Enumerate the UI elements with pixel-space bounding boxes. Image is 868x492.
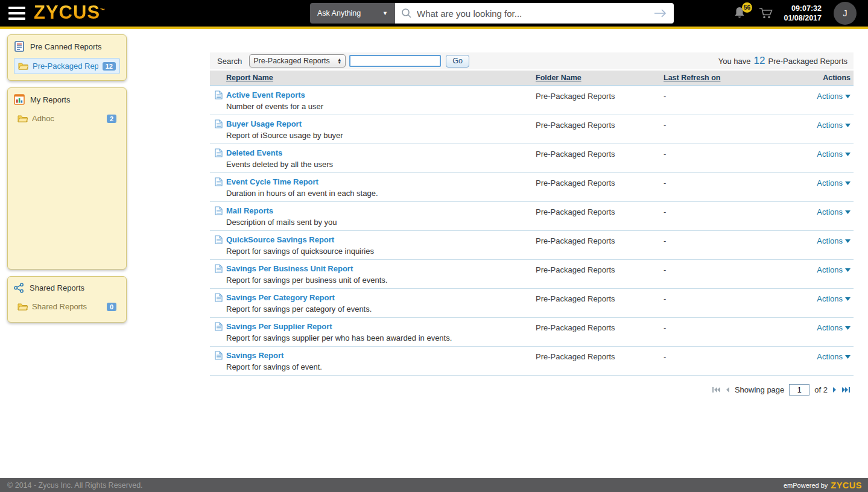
table-row: Event Cycle Time ReportDuration in hours… xyxy=(210,173,854,202)
table-row: Mail ReportsDescription of mails sent by… xyxy=(210,202,854,231)
search-submit-arrow-icon[interactable] xyxy=(653,8,668,18)
last-refresh-cell: - xyxy=(664,173,790,201)
report-doc-icon xyxy=(215,206,223,215)
report-description: Report of iSource usage by buyer xyxy=(226,131,536,140)
folder-name-cell: Pre-Packaged Reports xyxy=(536,144,664,172)
report-link[interactable]: Savings Report xyxy=(226,351,284,360)
global-search-input[interactable] xyxy=(417,8,653,19)
actions-menu-button[interactable]: Actions xyxy=(817,121,851,130)
report-link[interactable]: Deleted Events xyxy=(226,148,282,157)
table-row: Buyer Usage ReportReport of iSource usag… xyxy=(210,115,854,144)
actions-caret-icon xyxy=(845,297,851,301)
actions-menu-button[interactable]: Actions xyxy=(817,92,851,101)
actions-caret-icon xyxy=(845,326,851,330)
report-link[interactable]: Savings Per Supplier Report xyxy=(226,322,332,331)
report-doc-icon xyxy=(215,351,223,360)
panel-title: My Reports xyxy=(30,95,70,104)
hamburger-menu-icon[interactable] xyxy=(8,7,25,20)
sidebar-item-shared-reports[interactable]: Shared Reports 0 xyxy=(14,299,120,314)
time-label: 09:07:32 xyxy=(777,4,822,13)
column-header-report-name[interactable]: Report Name xyxy=(210,74,536,82)
report-doc-icon xyxy=(215,148,223,157)
actions-label: Actions xyxy=(817,265,843,274)
report-link[interactable]: Savings Per Category Report xyxy=(226,293,335,302)
report-description: Description of mails sent by you xyxy=(226,218,536,227)
cart-icon[interactable] xyxy=(759,8,773,22)
actions-menu-button[interactable]: Actions xyxy=(817,294,851,303)
last-refresh-cell: - xyxy=(664,144,790,172)
actions-caret-icon xyxy=(845,95,851,98)
last-refresh-cell: - xyxy=(664,202,790,230)
report-description: Duration in hours of an event in each st… xyxy=(226,189,536,198)
actions-menu-button[interactable]: Actions xyxy=(817,323,851,332)
notifications-bell-icon[interactable]: 56 xyxy=(733,6,746,22)
report-link[interactable]: Event Cycle Time Report xyxy=(226,177,318,186)
report-link[interactable]: Mail Reports xyxy=(226,206,273,215)
report-description: Report for savings of quicksource inquir… xyxy=(226,247,536,256)
summary-suffix: Pre-Packaged Reports xyxy=(768,57,847,66)
zycus-logo: ZYCUS™ xyxy=(34,2,106,24)
last-refresh-cell: - xyxy=(664,231,790,259)
next-page-icon[interactable] xyxy=(832,386,837,393)
ask-anything-dropdown[interactable]: Ask Anything ▼ xyxy=(310,3,395,24)
folder-name-cell: Pre-Packaged Reports xyxy=(536,260,664,288)
column-header-folder-name[interactable]: Folder Name xyxy=(536,74,664,82)
last-refresh-cell: - xyxy=(664,318,790,346)
user-avatar[interactable]: J xyxy=(834,2,857,25)
sidebar-item-label: Adhoc xyxy=(32,114,103,123)
top-navigation-bar: ZYCUS™ Ask Anything ▼ 56 xyxy=(0,0,868,27)
actions-label: Actions xyxy=(817,92,843,101)
folder-name-cell: Pre-Packaged Reports xyxy=(536,347,664,375)
search-label: Search xyxy=(217,57,242,66)
column-header-last-refresh[interactable]: Last Refresh on xyxy=(664,74,790,82)
select-stepper-icon: ▲▼ xyxy=(337,58,341,64)
search-icon xyxy=(401,8,412,19)
actions-menu-button[interactable]: Actions xyxy=(817,150,851,159)
last-page-icon[interactable] xyxy=(842,386,851,393)
summary-count: 12 xyxy=(754,55,765,67)
pre-canned-report-icon xyxy=(14,41,25,52)
actions-caret-icon xyxy=(845,210,851,214)
previous-page-icon[interactable] xyxy=(725,386,730,393)
first-page-icon[interactable] xyxy=(712,386,720,393)
actions-menu-button[interactable]: Actions xyxy=(817,265,851,274)
actions-caret-icon xyxy=(845,153,851,156)
report-description: Report for savings per business unit of … xyxy=(226,276,536,285)
report-count-badge: 2 xyxy=(107,115,116,123)
actions-menu-button[interactable]: Actions xyxy=(817,178,851,188)
report-description: Events deleted by all the users xyxy=(226,160,536,169)
actions-menu-button[interactable]: Actions xyxy=(817,207,851,216)
summary-prefix: You have xyxy=(718,57,751,66)
table-row: Savings Per Category ReportReport for sa… xyxy=(210,289,854,318)
actions-label: Actions xyxy=(817,323,843,332)
actions-menu-button[interactable]: Actions xyxy=(817,352,851,361)
sidebar-item-pre-packaged-reports[interactable]: Pre-Packaged Repo... 12 xyxy=(14,58,120,74)
page-number-input[interactable] xyxy=(789,384,809,396)
report-search-input[interactable] xyxy=(349,55,441,67)
last-refresh-cell: - xyxy=(664,260,790,288)
report-link[interactable]: Buyer Usage Report xyxy=(226,119,302,128)
table-row: Savings Per Business Unit ReportReport f… xyxy=(210,260,854,289)
panel-title: Pre Canned Reports xyxy=(30,42,102,51)
shared-reports-panel: Shared Reports Shared Reports 0 xyxy=(7,276,127,323)
table-row: Savings ReportReport for savings of even… xyxy=(210,347,854,376)
search-folder-select[interactable]: Pre-Packaged Reports ▲▼ xyxy=(249,54,346,68)
actions-label: Actions xyxy=(817,150,843,159)
table-header-row: Report Name Folder Name Last Refresh on … xyxy=(210,71,854,86)
report-link[interactable]: Savings Per Business Unit Report xyxy=(226,264,353,273)
actions-caret-icon xyxy=(845,239,851,243)
report-link[interactable]: QuickSource Savings Report xyxy=(226,235,334,244)
actions-menu-button[interactable]: Actions xyxy=(817,236,851,245)
actions-label: Actions xyxy=(817,294,843,303)
reports-main-area: Search Pre-Packaged Reports ▲▼ Go You ha… xyxy=(210,29,854,396)
sidebar-item-adhoc[interactable]: Adhoc 2 xyxy=(14,111,120,126)
folder-icon xyxy=(18,62,28,71)
go-button[interactable]: Go xyxy=(446,55,469,68)
date-label: 01/08/2017 xyxy=(777,13,822,23)
reports-sidebar: Pre Canned Reports Pre-Packaged Repo... … xyxy=(7,34,127,329)
report-link[interactable]: Active Event Reports xyxy=(226,90,305,99)
chevron-down-icon: ▼ xyxy=(382,10,388,16)
report-description: Report for savings per category of event… xyxy=(226,304,536,314)
footer-zycus-logo: ZYCUS xyxy=(831,481,862,490)
report-doc-icon xyxy=(215,293,223,302)
